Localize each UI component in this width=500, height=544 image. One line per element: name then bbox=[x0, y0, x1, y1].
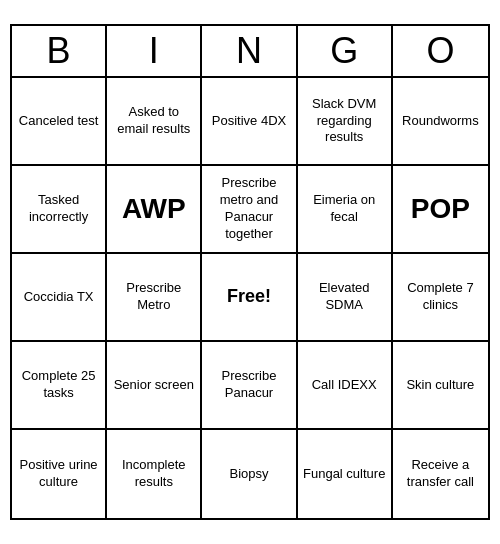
bingo-cell-6: AWP bbox=[107, 166, 202, 254]
bingo-cell-8: Eimeria on fecal bbox=[298, 166, 393, 254]
bingo-grid: Canceled testAsked to email resultsPosit… bbox=[12, 78, 488, 518]
bingo-header: BINGO bbox=[12, 26, 488, 78]
bingo-cell-17: Prescribe Panacur bbox=[202, 342, 297, 430]
bingo-cell-24: Receive a transfer call bbox=[393, 430, 488, 518]
bingo-letter-o: O bbox=[393, 26, 488, 76]
bingo-cell-12: Free! bbox=[202, 254, 297, 342]
bingo-cell-14: Complete 7 clinics bbox=[393, 254, 488, 342]
bingo-cell-11: Prescribe Metro bbox=[107, 254, 202, 342]
bingo-cell-18: Call IDEXX bbox=[298, 342, 393, 430]
bingo-letter-i: I bbox=[107, 26, 202, 76]
bingo-letter-b: B bbox=[12, 26, 107, 76]
bingo-cell-9: POP bbox=[393, 166, 488, 254]
bingo-cell-13: Elevated SDMA bbox=[298, 254, 393, 342]
bingo-cell-1: Asked to email results bbox=[107, 78, 202, 166]
bingo-cell-16: Senior screen bbox=[107, 342, 202, 430]
bingo-cell-23: Fungal culture bbox=[298, 430, 393, 518]
bingo-cell-10: Coccidia TX bbox=[12, 254, 107, 342]
bingo-card: BINGO Canceled testAsked to email result… bbox=[10, 24, 490, 520]
bingo-cell-2: Positive 4DX bbox=[202, 78, 297, 166]
bingo-cell-4: Roundworms bbox=[393, 78, 488, 166]
bingo-cell-5: Tasked incorrectly bbox=[12, 166, 107, 254]
bingo-cell-15: Complete 25 tasks bbox=[12, 342, 107, 430]
bingo-cell-19: Skin culture bbox=[393, 342, 488, 430]
bingo-cell-22: Biopsy bbox=[202, 430, 297, 518]
bingo-cell-20: Positive urine culture bbox=[12, 430, 107, 518]
bingo-cell-0: Canceled test bbox=[12, 78, 107, 166]
bingo-cell-3: Slack DVM regarding results bbox=[298, 78, 393, 166]
bingo-letter-g: G bbox=[298, 26, 393, 76]
bingo-cell-21: Incomplete results bbox=[107, 430, 202, 518]
bingo-cell-7: Prescribe metro and Panacur together bbox=[202, 166, 297, 254]
bingo-letter-n: N bbox=[202, 26, 297, 76]
